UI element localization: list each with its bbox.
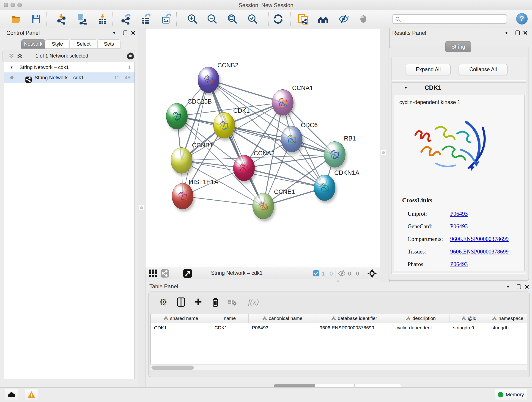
crosslink-link[interactable]: P06493	[450, 211, 468, 217]
table-settings-gear-icon[interactable]: ⚙	[158, 297, 168, 307]
tab-style[interactable]: Style	[45, 39, 70, 49]
results-tab-string[interactable]: String	[445, 41, 471, 52]
column-header-database-identifier[interactable]: database identifier	[317, 314, 392, 323]
protein-section-header[interactable]: ▼ CDK1	[392, 83, 526, 94]
network-node-cdk1[interactable]	[213, 112, 235, 138]
network-node-ccnb2[interactable]	[198, 67, 219, 93]
table-cell[interactable]: stringdb	[488, 324, 527, 332]
column-header--id[interactable]: @id	[450, 314, 488, 323]
network-row[interactable]: String Network – cdk1 11 48	[4, 72, 134, 83]
table-panel-menu-icon[interactable]: ▼	[506, 285, 510, 289]
results-panel-float-icon[interactable]	[515, 31, 520, 35]
table-cell[interactable]: P06493	[249, 324, 317, 332]
tab-network[interactable]: Network	[21, 39, 45, 49]
splitter-handle[interactable]	[336, 280, 339, 282]
crosslink-label: Pharos:	[408, 261, 425, 268]
network-canvas[interactable]: CCNB2CCNA1CDC25BCDK1CDC6RB1CCNB1CCNA2CDK…	[146, 29, 380, 267]
network-node-ccne1[interactable]	[253, 193, 274, 219]
export-network-icon[interactable]	[121, 13, 132, 25]
column-header-shared-name[interactable]: shared name	[151, 314, 211, 323]
zoom-fit-icon[interactable]	[227, 13, 238, 25]
network-node-cdc25b[interactable]	[166, 103, 188, 129]
delete-table-icon[interactable]	[227, 297, 237, 307]
right-divider-handle[interactable]	[381, 150, 386, 155]
table-cell[interactable]: cyclin-dependent ...	[392, 324, 450, 332]
column-header-description[interactable]: description	[392, 314, 450, 323]
table-cell[interactable]: CDK1	[151, 324, 211, 332]
crosslink-link[interactable]: P06493	[450, 261, 468, 268]
function-builder-icon[interactable]: f(x)	[244, 297, 263, 307]
column-header-canonical-name[interactable]: canonical name	[249, 314, 317, 323]
refresh-view-icon[interactable]	[273, 13, 284, 25]
left-panel-divider[interactable]	[138, 28, 146, 387]
table-cell[interactable]: CDK1	[211, 324, 249, 332]
zoom-out-icon[interactable]	[207, 13, 218, 25]
import-network-file-icon[interactable]	[57, 13, 68, 25]
results-panel-menu-icon[interactable]: ▼	[505, 31, 508, 35]
open-session-icon[interactable]	[11, 13, 22, 25]
network-node-ccna1[interactable]	[272, 89, 293, 115]
left-divider-handle[interactable]	[139, 205, 144, 211]
crosslink-link[interactable]: 9606.ENSP00000378699	[450, 249, 509, 255]
export-view-icon[interactable]	[183, 269, 192, 278]
add-column-icon[interactable]: +	[193, 297, 203, 307]
network-node-ccnb1[interactable]	[171, 147, 192, 173]
control-panel-float-icon[interactable]	[123, 31, 127, 35]
table-panel-close-icon[interactable]: ✕	[525, 284, 530, 289]
zoom-in-icon[interactable]	[187, 13, 198, 25]
hide-selected-eye-icon[interactable]	[338, 13, 349, 25]
network-node-cdkn1a[interactable]	[314, 175, 336, 201]
results-panel-close-icon[interactable]: ✕	[523, 31, 528, 36]
network-edge-count: 48	[125, 72, 130, 83]
column-header-namespace[interactable]: namespace	[488, 314, 527, 323]
cloud-button[interactable]	[5, 389, 18, 400]
string-style-icon[interactable]	[161, 269, 169, 278]
network-node-cdc6[interactable]	[281, 126, 302, 152]
birds-eye-view-icon[interactable]	[149, 269, 157, 278]
show-all-eye-icon[interactable]	[358, 13, 369, 25]
network-node-rb1[interactable]	[324, 141, 346, 167]
protein-expander-icon[interactable]: ▼	[404, 85, 408, 90]
network-node-ccna2[interactable]	[233, 155, 255, 181]
network-collection-row[interactable]: ▼ String Network – cdk1 1	[4, 62, 134, 72]
network-node-hist1h1a[interactable]	[172, 183, 193, 209]
tab-select[interactable]: Select	[70, 39, 97, 49]
show-columns-icon[interactable]	[176, 297, 186, 307]
crosslink-link[interactable]: 9606.ENSP00000378699	[450, 236, 509, 242]
warning-button[interactable]	[25, 389, 38, 400]
import-network-database-icon[interactable]	[76, 13, 87, 25]
node-label-ccnb2: CCNB2	[217, 62, 239, 69]
table-scrollbar-thumb[interactable]	[152, 366, 194, 370]
network-analyzer-home-icon[interactable]	[318, 13, 329, 25]
crosslink-label: Tissues:	[408, 249, 426, 255]
table-cell[interactable]: stringdb:9...	[450, 324, 488, 332]
crosslink-link[interactable]: P06493	[450, 223, 468, 230]
help-button[interactable]: ?	[516, 13, 528, 25]
node-table[interactable]: shared namenamecanonical namedatabase id…	[151, 314, 527, 364]
zoom-selected-icon[interactable]	[247, 13, 258, 25]
column-header-name[interactable]: name	[211, 314, 249, 323]
selected-checkbox-icon[interactable]	[313, 270, 319, 276]
delete-column-trash-icon[interactable]	[210, 297, 220, 307]
horizontal-splitter[interactable]	[146, 279, 380, 282]
import-table-file-icon[interactable]	[97, 13, 108, 25]
table-cell[interactable]: 9606.ENSP00000378699	[317, 324, 392, 332]
fit-content-crosshair-icon[interactable]	[367, 269, 377, 278]
export-image-icon[interactable]	[161, 13, 172, 25]
table-horizontal-scrollbar[interactable]	[151, 365, 527, 370]
export-table-icon[interactable]	[140, 13, 152, 25]
gear-icon[interactable]	[127, 52, 134, 60]
string-results-container: Expand All Collapse All ▼ CDK1 cyclin-de…	[389, 47, 529, 281]
collection-expander-icon[interactable]: ▼	[10, 62, 13, 72]
annotation-icon[interactable]	[298, 13, 308, 25]
control-panel-menu-icon[interactable]: ▼	[112, 31, 116, 35]
collapse-all-button[interactable]: Collapse All	[459, 64, 507, 75]
tab-sets[interactable]: Sets	[97, 39, 120, 49]
expand-all-button[interactable]: Expand All	[406, 64, 451, 75]
control-panel-close-icon[interactable]: ✕	[131, 31, 136, 36]
memory-button[interactable]: Memory	[495, 389, 527, 400]
table-panel-float-icon[interactable]	[517, 284, 521, 289]
save-session-icon[interactable]	[31, 13, 42, 25]
hidden-nodes-edges-count: 0 - 0	[348, 270, 359, 277]
search-input[interactable]	[403, 15, 504, 23]
